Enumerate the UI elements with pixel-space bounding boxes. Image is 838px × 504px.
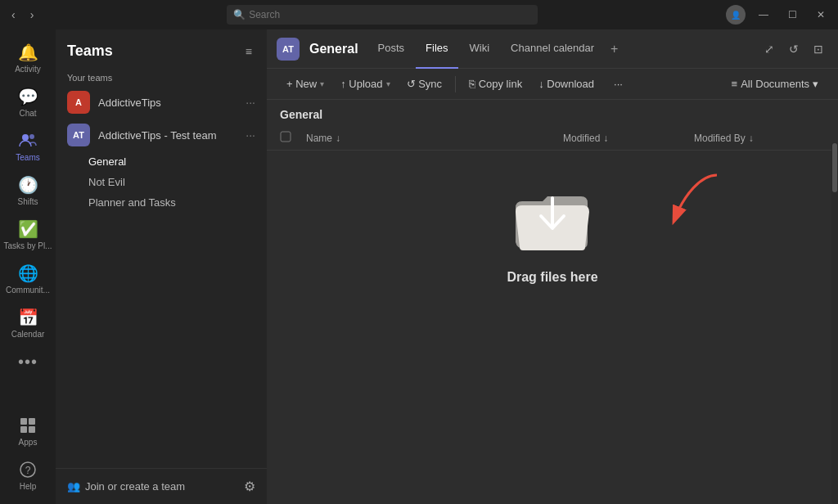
- files-container: + New ▾ ↑ Upload ▾ ↺ Sync ⎘ Copy link ↓ …: [267, 69, 838, 504]
- sidebar-item-help-label: Help: [20, 482, 37, 491]
- empty-state-text: Drag files here: [507, 270, 597, 285]
- join-team-icon: 👥: [67, 480, 80, 493]
- team-item-addictive-tips-test[interactable]: AT AddictiveTips - Test team ···: [56, 119, 267, 151]
- header-more-button[interactable]: ⊡: [809, 39, 828, 59]
- sidebar-item-calendar[interactable]: 📅 Calendar: [0, 301, 56, 345]
- teams-filter-button[interactable]: ≡: [242, 43, 255, 60]
- tab-posts[interactable]: Posts: [368, 29, 415, 69]
- team-item-addictive-tips[interactable]: A AddictiveTips ···: [56, 86, 267, 119]
- nav-back-button[interactable]: ‹: [7, 7, 20, 23]
- teams-panel: Teams ≡ Your teams A AddictiveTips ··· A…: [56, 29, 267, 504]
- sidebar-item-tasks-label: Tasks by Pl...: [4, 241, 52, 250]
- team-avatar-addictive-tips: A: [67, 91, 90, 114]
- nav-forward-button[interactable]: ›: [25, 7, 39, 23]
- col-name-label: Name: [306, 133, 332, 144]
- col-modified-by-label: Modified By: [694, 133, 746, 144]
- sidebar-item-more-dots[interactable]: •••: [0, 345, 56, 378]
- search-input[interactable]: [249, 9, 531, 20]
- join-team-label: Join or create a team: [85, 480, 185, 493]
- upload-button[interactable]: ↑ Upload ▾: [334, 74, 396, 94]
- search-bar[interactable]: 🔍: [227, 5, 538, 25]
- scroll-track[interactable]: [831, 142, 838, 504]
- sidebar-item-communities-label: Communit...: [6, 286, 50, 295]
- tab-channel-calendar[interactable]: Channel calendar: [501, 29, 604, 69]
- window-controls: 👤 — ☐ ✕: [726, 5, 831, 25]
- all-documents-button[interactable]: ≡ All Documents ▾: [725, 74, 825, 94]
- maximize-button[interactable]: ☐: [782, 7, 804, 22]
- empty-state: Drag files here: [267, 151, 838, 317]
- sidebar-item-communities[interactable]: 🌐 Communit...: [0, 257, 56, 301]
- tab-add-icon[interactable]: +: [606, 42, 623, 56]
- sidebar-item-apps-label: Apps: [19, 438, 38, 447]
- col-modified-by-sort-icon: ↓: [749, 133, 754, 144]
- refresh-button[interactable]: ↺: [784, 39, 804, 59]
- apps-icon: [20, 416, 36, 435]
- channel-item-general[interactable]: General: [88, 151, 267, 172]
- folder-icon: [511, 183, 593, 257]
- join-team-button[interactable]: 👥 Join or create a team: [67, 480, 185, 493]
- col-name-header[interactable]: Name ↓: [306, 133, 563, 144]
- sidebar-item-activity[interactable]: 🔔 Activity: [0, 36, 56, 80]
- all-docs-label: All Documents: [741, 78, 809, 90]
- minimize-button[interactable]: —: [752, 7, 775, 22]
- filter-icon: ≡: [732, 78, 738, 90]
- svg-rect-3: [29, 418, 35, 425]
- team-more-addictive-tips-test[interactable]: ···: [246, 128, 255, 142]
- channel-avatar: AT: [277, 38, 300, 61]
- teams-icon: [19, 131, 37, 151]
- sidebar-item-teams-label: Teams: [16, 153, 39, 162]
- col-modified-by-header[interactable]: Modified By ↓: [694, 133, 825, 144]
- channel-item-not-evil[interactable]: Not Evil: [88, 172, 267, 192]
- sidebar-item-activity-label: Activity: [15, 65, 41, 74]
- sidebar-bottom: Apps ? Help: [0, 409, 56, 497]
- svg-rect-5: [29, 426, 35, 433]
- channel-list: General Not Evil Planner and Tasks: [56, 151, 267, 213]
- select-all-checkbox[interactable]: [280, 131, 306, 145]
- copy-link-button[interactable]: ⎘ Copy link: [462, 74, 529, 94]
- toolbar-separator: [455, 76, 456, 92]
- sidebar-item-teams[interactable]: Teams: [0, 124, 56, 169]
- team-avatar-addictive-tips-test: AT: [67, 124, 90, 146]
- team-name-addictive-tips-test: AddictiveTips - Test team: [98, 129, 237, 142]
- teams-panel-title: Teams: [67, 43, 113, 60]
- icon-sidebar: 🔔 Activity 💬 Chat Teams 🕐 Shifts ✅: [0, 29, 56, 504]
- help-icon: ?: [20, 460, 36, 479]
- new-button[interactable]: + New ▾: [280, 74, 331, 94]
- close-button[interactable]: ✕: [810, 7, 831, 22]
- toolbar-more-button[interactable]: ···: [607, 74, 629, 94]
- download-button[interactable]: ↓ Download: [532, 74, 601, 94]
- channel-tabs: Posts Files Wiki Channel calendar +: [368, 29, 750, 69]
- app-body: 🔔 Activity 💬 Chat Teams 🕐 Shifts ✅: [0, 29, 838, 504]
- nav-buttons: ‹ ›: [7, 7, 38, 23]
- sync-button[interactable]: ↺ Sync: [400, 74, 449, 94]
- sidebar-item-apps[interactable]: Apps: [0, 409, 56, 453]
- more-icon: •••: [18, 352, 38, 371]
- team-more-addictive-tips[interactable]: ···: [246, 96, 255, 109]
- sidebar-item-tasks[interactable]: ✅ Tasks by Pl...: [0, 213, 56, 257]
- settings-button[interactable]: ⚙: [244, 479, 255, 494]
- main-content: AT General Posts Files Wiki Channel cale…: [267, 29, 838, 504]
- svg-point-1: [29, 134, 34, 139]
- tab-files[interactable]: Files: [416, 29, 457, 69]
- col-name-sort-icon: ↓: [336, 133, 340, 144]
- files-area: General Name ↓ Modified ↓ Modified By: [267, 100, 838, 504]
- expand-button[interactable]: ⤢: [759, 39, 779, 59]
- sidebar-item-chat[interactable]: 💬 Chat: [0, 80, 56, 124]
- svg-rect-2: [20, 418, 27, 425]
- copy-link-label: ⎘ Copy link: [469, 78, 522, 90]
- tasks-icon: ✅: [18, 219, 38, 239]
- sidebar-item-shifts[interactable]: 🕐 Shifts: [0, 169, 56, 213]
- sidebar-item-help[interactable]: ? Help: [0, 453, 56, 497]
- channel-item-planner-tasks[interactable]: Planner and Tasks: [88, 192, 267, 213]
- channel-title: General: [309, 42, 358, 56]
- scroll-thumb[interactable]: [832, 143, 837, 192]
- tab-wiki[interactable]: Wiki: [460, 29, 500, 69]
- user-avatar[interactable]: 👤: [726, 5, 746, 25]
- teams-panel-header: Teams ≡: [56, 29, 267, 66]
- search-icon: 🔍: [233, 9, 246, 20]
- new-label: + New: [286, 78, 317, 90]
- svg-rect-9: [281, 132, 291, 142]
- chat-icon: 💬: [18, 87, 38, 106]
- col-modified-header[interactable]: Modified ↓: [563, 133, 694, 144]
- col-modified-label: Modified: [563, 133, 600, 144]
